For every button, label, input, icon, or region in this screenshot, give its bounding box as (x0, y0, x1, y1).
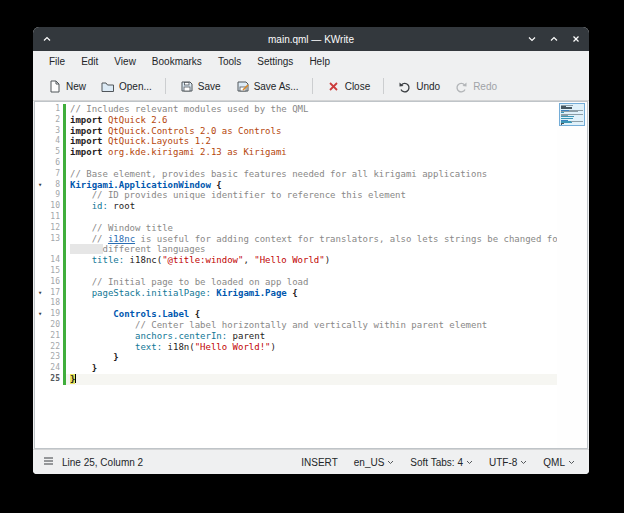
code-line[interactable]: different languages (35, 244, 557, 255)
menu-item-settings[interactable]: Settings (249, 53, 301, 70)
minimize-button[interactable] (527, 34, 537, 44)
line-number[interactable]: 14 (45, 255, 62, 266)
line-number[interactable]: 1 (45, 104, 62, 115)
menu-item-help[interactable]: Help (301, 53, 338, 70)
line-number[interactable]: 6 (45, 158, 62, 169)
code-text[interactable]: Controls.Label { (66, 309, 557, 320)
code-line[interactable]: 13 // i18nc is useful for adding context… (35, 234, 557, 245)
line-number[interactable]: 17 (45, 288, 62, 299)
code-line[interactable]: 23 } (35, 352, 557, 363)
line-number[interactable]: 8 (45, 180, 62, 191)
code-line[interactable]: 15 (35, 266, 557, 277)
new-button[interactable]: New (41, 76, 92, 97)
code-line[interactable]: 18 (35, 298, 557, 309)
code-line[interactable]: 5import org.kde.kirigami 2.13 as Kirigam… (35, 147, 557, 158)
line-number[interactable]: 22 (45, 342, 62, 353)
code-line[interactable]: 3import QtQuick.Controls 2.0 as Controls (35, 126, 557, 137)
line-number[interactable]: 23 (45, 352, 62, 363)
code-text[interactable] (66, 158, 557, 169)
save-as-button[interactable]: Save As... (229, 76, 305, 97)
code-line[interactable]: 12 // Window title (35, 223, 557, 234)
code-line[interactable]: 6 (35, 158, 557, 169)
code-line[interactable]: 1// Includes relevant modules used by th… (35, 104, 557, 115)
line-number[interactable]: 12 (45, 223, 62, 234)
line-number[interactable]: 2 (45, 115, 62, 126)
code-line[interactable]: 16 // Initial page to be loaded on app l… (35, 277, 557, 288)
encoding-selector[interactable]: UTF-8 (489, 457, 527, 468)
maximize-button[interactable] (549, 34, 559, 44)
code-line[interactable]: 21 anchors.centerIn: parent (35, 331, 557, 342)
dictionary-selector[interactable]: en_US (354, 457, 395, 468)
menu-item-bookmarks[interactable]: Bookmarks (144, 53, 210, 70)
code-text[interactable]: import QtQuick 2.6 (66, 115, 557, 126)
line-number[interactable]: 16 (45, 277, 62, 288)
menu-item-tools[interactable]: Tools (210, 53, 249, 70)
menu-item-file[interactable]: File (41, 53, 73, 70)
code-line[interactable]: 24 } (35, 363, 557, 374)
code-text[interactable]: anchors.centerIn: parent (66, 331, 557, 342)
keep-above-icon[interactable] (42, 34, 52, 44)
undo-button[interactable]: Undo (391, 76, 446, 97)
code-text[interactable]: // Initial page to be loaded on app load (66, 277, 557, 288)
fold-marker-icon[interactable]: ▾ (35, 180, 45, 191)
line-number[interactable]: 10 (45, 201, 62, 212)
line-number[interactable]: 3 (45, 126, 62, 137)
code-line[interactable]: 22 text: i18n("Hello World!") (35, 342, 557, 353)
code-text[interactable]: } (66, 374, 557, 385)
code-text[interactable]: } (66, 352, 557, 363)
code-line[interactable]: 2import QtQuick 2.6 (35, 115, 557, 126)
code-text[interactable]: import QtQuick.Layouts 1.2 (66, 136, 557, 147)
scrollbar-minimap[interactable] (559, 103, 585, 126)
code-text[interactable]: title: i18nc("@title:window", "Hello Wor… (66, 255, 557, 266)
cursor-position[interactable]: Line 25, Column 2 (62, 457, 143, 468)
line-number[interactable]: 18 (45, 298, 62, 309)
code-text[interactable]: // i18nc is useful for adding context fo… (66, 234, 557, 245)
save-button[interactable]: Save (173, 76, 227, 97)
line-number[interactable]: 15 (45, 266, 62, 277)
code-line[interactable]: 4import QtQuick.Layouts 1.2 (35, 136, 557, 147)
code-text[interactable] (66, 266, 557, 277)
close-document-button[interactable]: Close (320, 76, 377, 97)
line-number[interactable]: 25 (45, 374, 62, 385)
line-number[interactable]: 5 (45, 147, 62, 158)
redo-button[interactable]: Redo (448, 76, 503, 97)
menu-item-edit[interactable]: Edit (73, 53, 106, 70)
code-text[interactable] (66, 212, 557, 223)
code-area[interactable]: 1// Includes relevant modules used by th… (35, 102, 557, 448)
code-line[interactable]: ▾8Kirigami.ApplicationWindow { (35, 180, 557, 191)
code-text[interactable]: } (66, 363, 557, 374)
line-number[interactable]: 24 (45, 363, 62, 374)
line-number[interactable]: 9 (45, 190, 62, 201)
code-text[interactable]: // Base element, provides basic features… (66, 169, 557, 180)
scrollbar-track[interactable] (557, 102, 587, 448)
insert-mode[interactable]: INSERT (301, 457, 338, 468)
code-line[interactable]: 25} (35, 374, 557, 385)
titlebar[interactable]: main.qml — KWrite (33, 27, 589, 51)
code-text[interactable]: // ID provides unique identifier to refe… (66, 190, 557, 201)
code-line[interactable]: 20 // Center label horizontally and vert… (35, 320, 557, 331)
code-line[interactable]: ▾17 pageStack.initialPage: Kirigami.Page… (35, 288, 557, 299)
line-number[interactable]: 4 (45, 136, 62, 147)
code-text[interactable]: text: i18n("Hello World!") (66, 342, 557, 353)
code-text[interactable]: Kirigami.ApplicationWindow { (66, 180, 557, 191)
close-button[interactable] (571, 34, 581, 44)
code-line[interactable]: 10 id: root (35, 201, 557, 212)
code-text[interactable]: pageStack.initialPage: Kirigami.Page { (66, 288, 557, 299)
line-number[interactable]: 11 (45, 212, 62, 223)
code-line[interactable]: 7// Base element, provides basic feature… (35, 169, 557, 180)
line-number[interactable]: 20 (45, 320, 62, 331)
code-line[interactable]: 11 (35, 212, 557, 223)
code-text[interactable]: import org.kde.kirigami 2.13 as Kirigami (66, 147, 557, 158)
code-text[interactable] (66, 298, 557, 309)
code-text[interactable]: // Window title (66, 223, 557, 234)
line-number[interactable]: 19 (45, 309, 62, 320)
code-line[interactable]: 14 title: i18nc("@title:window", "Hello … (35, 255, 557, 266)
syntax-mode-selector[interactable]: QML (543, 457, 575, 468)
line-number[interactable]: 13 (45, 234, 62, 245)
code-text[interactable]: id: root (66, 201, 557, 212)
code-text[interactable]: // Center label horizontally and vertica… (66, 320, 557, 331)
code-line[interactable]: ▾19 Controls.Label { (35, 309, 557, 320)
code-text[interactable]: different languages (66, 244, 557, 255)
menu-item-view[interactable]: View (106, 53, 144, 70)
line-number[interactable]: 21 (45, 331, 62, 342)
